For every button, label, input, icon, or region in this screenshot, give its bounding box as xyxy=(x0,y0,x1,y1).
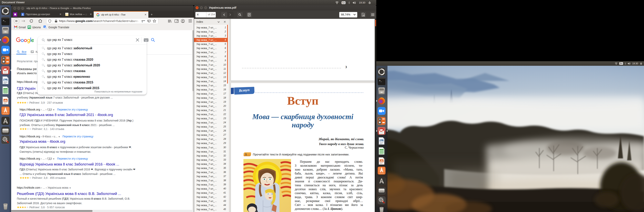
svg-text:G: G xyxy=(44,26,45,28)
svg-text:>_: >_ xyxy=(3,20,6,22)
svg-text:文: 文 xyxy=(46,27,47,29)
svg-text:>_: >_ xyxy=(379,80,382,82)
